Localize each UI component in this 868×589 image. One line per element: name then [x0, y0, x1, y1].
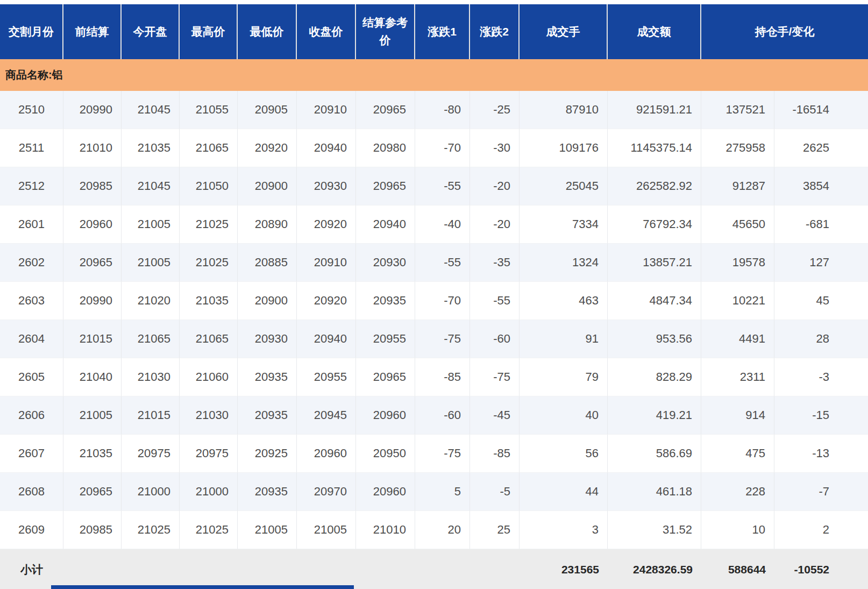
cell-open-interest: 228 — [701, 473, 774, 511]
product-banner-row: 商品名称:铝 — [0, 59, 868, 91]
cell-close: 21005 — [297, 511, 356, 549]
cell-volume: 25045 — [520, 167, 608, 205]
cell-volume: 56 — [520, 435, 608, 473]
cell-empty — [238, 549, 297, 589]
cell-open-interest: 275958 — [701, 129, 774, 167]
subtotal-volume: 231565 — [520, 549, 608, 589]
cell-turnover: 953.56 — [608, 320, 701, 358]
cell-high: 21025 — [180, 205, 238, 244]
col-header-high: 最高价 — [180, 4, 238, 59]
cell-change1: -80 — [415, 91, 470, 129]
cell-change2: -25 — [470, 91, 520, 129]
cell-prev-settle: 20990 — [63, 282, 122, 320]
cell-low: 20925 — [238, 435, 297, 473]
cell-prev-settle: 21035 — [63, 435, 122, 473]
cell-change2: -45 — [470, 396, 520, 435]
cell-turnover: 262582.92 — [608, 167, 701, 205]
cell-empty — [415, 549, 470, 589]
col-header-close: 收盘价 — [297, 4, 356, 59]
cell-open: 21005 — [122, 205, 180, 244]
cell-open: 21025 — [122, 511, 180, 549]
cell-change2: -55 — [470, 282, 520, 320]
cell-turnover: 13857.21 — [608, 244, 701, 282]
cell-volume: 87910 — [520, 91, 608, 129]
col-header-open-interest-change: 持仓手/变化 — [701, 4, 868, 59]
subtotal-label: 小计 — [0, 549, 63, 589]
cell-settle-ref: 21010 — [356, 511, 415, 549]
cell-open-interest: 10 — [701, 511, 774, 549]
cell-low: 20935 — [238, 358, 297, 396]
cell-change1: -40 — [415, 205, 470, 244]
cell-oi-change: -3 — [774, 358, 868, 396]
futures-quotes-table: 交割月份 前结算 今开盘 最高价 最低价 收盘价 结算参考价 涨跌1 涨跌2 成… — [0, 4, 868, 589]
cell-close: 20945 — [297, 396, 356, 435]
cell-delivery-month: 2608 — [0, 473, 63, 511]
cell-change2: -20 — [470, 205, 520, 244]
cell-low: 21005 — [238, 511, 297, 549]
cell-high: 21025 — [180, 244, 238, 282]
cell-close: 20920 — [297, 282, 356, 320]
cell-volume: 40 — [520, 396, 608, 435]
cell-low: 20890 — [238, 205, 297, 244]
horizontal-scrollbar-thumb[interactable] — [51, 585, 354, 589]
cell-change2: -85 — [470, 435, 520, 473]
cell-open: 21030 — [122, 358, 180, 396]
cell-change2: -20 — [470, 167, 520, 205]
cell-change2: -60 — [470, 320, 520, 358]
subtotal-turnover: 2428326.59 — [608, 549, 701, 589]
col-header-prev-settle: 前结算 — [63, 4, 122, 59]
cell-volume: 463 — [520, 282, 608, 320]
cell-prev-settle: 21015 — [63, 320, 122, 358]
cell-open: 21000 — [122, 473, 180, 511]
cell-oi-change: 2625 — [774, 129, 868, 167]
cell-high: 21055 — [180, 91, 238, 129]
cell-low: 20935 — [238, 473, 297, 511]
cell-open-interest: 475 — [701, 435, 774, 473]
cell-change1: -60 — [415, 396, 470, 435]
data-row: 2607 21035 20975 20975 20925 20960 20950… — [0, 435, 868, 473]
cell-close: 20960 — [297, 435, 356, 473]
data-row: 2606 21005 21015 21030 20935 20945 20960… — [0, 396, 868, 435]
cell-close: 20910 — [297, 91, 356, 129]
data-row: 2605 21040 21030 21060 20935 20955 20965… — [0, 358, 868, 396]
col-header-change1: 涨跌1 — [415, 4, 470, 59]
data-row: 2608 20965 21000 21000 20935 20970 20960… — [0, 473, 868, 511]
data-row: 2602 20965 21005 21025 20885 20910 20930… — [0, 244, 868, 282]
cell-empty — [63, 549, 122, 589]
cell-prev-settle: 21010 — [63, 129, 122, 167]
cell-open: 21065 — [122, 320, 180, 358]
col-header-open: 今开盘 — [122, 4, 180, 59]
cell-close: 20910 — [297, 244, 356, 282]
cell-delivery-month: 2604 — [0, 320, 63, 358]
cell-close: 20955 — [297, 358, 356, 396]
cell-prev-settle: 21005 — [63, 396, 122, 435]
cell-oi-change: -7 — [774, 473, 868, 511]
cell-settle-ref: 20955 — [356, 320, 415, 358]
cell-high: 21025 — [180, 511, 238, 549]
cell-change1: -70 — [415, 282, 470, 320]
cell-volume: 79 — [520, 358, 608, 396]
cell-oi-change: 28 — [774, 320, 868, 358]
cell-open-interest: 137521 — [701, 91, 774, 129]
cell-high: 21030 — [180, 396, 238, 435]
cell-oi-change: -16514 — [774, 91, 868, 129]
data-row: 2609 20985 21025 21025 21005 21005 21010… — [0, 511, 868, 549]
table-body: 2510 20990 21045 21055 20905 20910 20965… — [0, 91, 868, 549]
cell-change1: 20 — [415, 511, 470, 549]
data-row: 2604 21015 21065 21065 20930 20940 20955… — [0, 320, 868, 358]
cell-settle-ref: 20960 — [356, 396, 415, 435]
cell-open-interest: 10221 — [701, 282, 774, 320]
cell-high: 21000 — [180, 473, 238, 511]
data-row: 2510 20990 21045 21055 20905 20910 20965… — [0, 91, 868, 129]
cell-open: 21015 — [122, 396, 180, 435]
cell-change2: 25 — [470, 511, 520, 549]
cell-settle-ref: 20930 — [356, 244, 415, 282]
cell-oi-change: -681 — [774, 205, 868, 244]
data-row: 2603 20990 21020 21035 20900 20920 20935… — [0, 282, 868, 320]
cell-empty — [297, 549, 356, 589]
cell-open-interest: 19578 — [701, 244, 774, 282]
cell-settle-ref: 20965 — [356, 167, 415, 205]
data-row: 2512 20985 21045 21050 20900 20930 20965… — [0, 167, 868, 205]
cell-high: 21035 — [180, 282, 238, 320]
cell-change1: -55 — [415, 167, 470, 205]
